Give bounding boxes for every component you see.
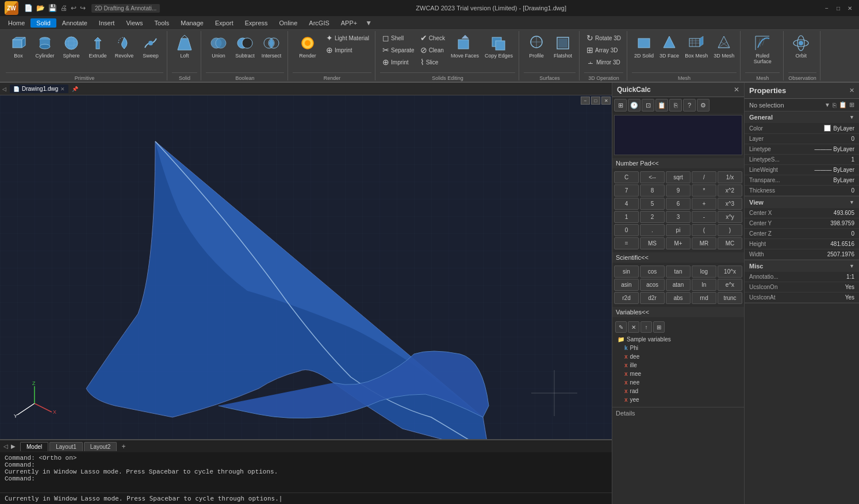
print-icon[interactable]: 🖨: [59, 3, 68, 13]
redo-icon[interactable]: ↪: [79, 3, 87, 13]
copy-edges-button[interactable]: Copy Edges: [482, 32, 515, 61]
check-button[interactable]: ✔ Check: [418, 32, 447, 44]
qc-calc-btn[interactable]: ⊞: [614, 99, 627, 111]
np-sq2[interactable]: x^2: [718, 184, 742, 197]
np-2[interactable]: 2: [640, 211, 665, 223]
prop-toggle-icon[interactable]: ⊞: [849, 101, 854, 109]
np-plus[interactable]: +: [692, 198, 716, 210]
np-mp[interactable]: M+: [666, 237, 691, 249]
extrude-button[interactable]: Extrude: [85, 32, 110, 61]
sweep-button[interactable]: Sweep: [138, 32, 163, 61]
view-section-header[interactable]: View ▼: [745, 197, 859, 208]
menu-views[interactable]: Views: [120, 18, 148, 28]
ribbon-options[interactable]: ▼: [365, 19, 372, 27]
qc-help-btn[interactable]: ?: [683, 99, 696, 111]
ruledsurface-button[interactable]: Ruled Surface: [745, 32, 780, 67]
cylinder-button[interactable]: Cylinder: [32, 32, 57, 61]
np-xpy[interactable]: x^y: [718, 211, 742, 223]
3dface-button[interactable]: 3D Face: [657, 32, 681, 61]
mirror3d-button[interactable]: ⫠ Mirror 3D: [584, 56, 623, 68]
sci-asin[interactable]: asin: [614, 279, 639, 291]
np-sqrt[interactable]: sqrt: [666, 171, 691, 183]
np-mc[interactable]: MC: [718, 237, 742, 249]
var-btn-2[interactable]: ✕: [628, 321, 639, 333]
general-section-header[interactable]: General ▼: [745, 111, 859, 123]
tab-nav-right[interactable]: ▶: [10, 442, 17, 451]
drawing-tab-drawing1[interactable]: 📄 Drawing1.dwg ✕: [10, 84, 68, 93]
tab-nav-left[interactable]: ◁: [2, 442, 9, 451]
details-row[interactable]: Details: [612, 407, 744, 419]
np-minus[interactable]: -: [692, 211, 716, 223]
np-1[interactable]: 1: [614, 211, 639, 223]
var-sample-folder[interactable]: 📁 Sample variables: [615, 335, 741, 344]
np-inv[interactable]: 1/x: [718, 171, 742, 183]
subtract-button[interactable]: Subtract: [232, 32, 258, 61]
np-rparen[interactable]: ): [718, 224, 742, 236]
np-back[interactable]: <--: [640, 171, 665, 183]
separate-button[interactable]: ✂ Separate: [380, 44, 417, 56]
menu-manage[interactable]: Manage: [175, 18, 209, 28]
sci-atan[interactable]: atan: [666, 279, 691, 291]
np-9[interactable]: 9: [666, 184, 691, 197]
numpad-section-header[interactable]: Number Pad<<: [612, 158, 744, 168]
2dsolid-button[interactable]: 2D Solid: [632, 32, 656, 61]
light-material-button[interactable]: ✦ Light Material: [324, 32, 371, 44]
menu-annotate[interactable]: Annotate: [56, 18, 93, 28]
menu-app+[interactable]: APP+: [335, 18, 363, 28]
minimize-button[interactable]: −: [822, 3, 831, 13]
sci-sin[interactable]: sin: [614, 266, 639, 278]
var-nee[interactable]: x nee: [615, 378, 741, 387]
sphere-button[interactable]: Sphere: [59, 32, 84, 61]
misc-section-header[interactable]: Misc ▼: [745, 260, 859, 272]
save-icon[interactable]: 💾: [47, 3, 58, 13]
var-mee[interactable]: x mee: [615, 370, 741, 378]
sci-acos[interactable]: acos: [640, 279, 665, 291]
open-icon[interactable]: 📂: [35, 3, 46, 13]
intersect-button[interactable]: Intersect: [259, 32, 284, 61]
quickcalc-close[interactable]: ✕: [734, 86, 739, 94]
imprint-button[interactable]: ⊕ Imprint: [324, 44, 371, 56]
sci-ln[interactable]: ln: [692, 279, 716, 291]
undo-icon[interactable]: ↩: [70, 3, 78, 13]
np-mul[interactable]: *: [692, 184, 716, 197]
menu-express[interactable]: Express: [239, 18, 274, 28]
np-mr[interactable]: MR: [692, 237, 716, 249]
prop-dropdown-icon[interactable]: ▼: [825, 102, 830, 108]
drawing-canvas[interactable]: − □ ✕: [0, 95, 612, 439]
var-btn-3[interactable]: ↑: [641, 321, 652, 333]
sci-10x[interactable]: 10^x: [718, 266, 742, 278]
properties-close[interactable]: ✕: [849, 87, 854, 94]
sci-log[interactable]: log: [692, 266, 716, 278]
pin-icon[interactable]: 📌: [72, 86, 78, 92]
np-c[interactable]: C: [614, 171, 639, 183]
menu-export[interactable]: Export: [209, 18, 239, 28]
rotate3d-button[interactable]: ↻ Rotate 3D: [584, 32, 623, 44]
qc-copy-btn[interactable]: ⎘: [669, 99, 682, 111]
prop-paste-icon[interactable]: 📋: [839, 101, 847, 109]
np-ms[interactable]: MS: [640, 237, 665, 249]
loft-button[interactable]: Loft: [172, 32, 197, 61]
drawing-tab-close[interactable]: ✕: [60, 86, 65, 92]
revolve-button[interactable]: Revolve: [112, 32, 137, 61]
np-3[interactable]: 3: [666, 211, 691, 223]
clean-button[interactable]: ⊘ Clean: [418, 44, 447, 56]
np-7[interactable]: 7: [614, 184, 639, 197]
sci-d2r[interactable]: d2r: [640, 292, 665, 304]
maximize-button[interactable]: □: [834, 3, 843, 13]
var-btn-4[interactable]: ⊞: [653, 321, 665, 333]
profile-button[interactable]: Profile: [524, 32, 549, 61]
menu-insert[interactable]: Insert: [93, 18, 121, 28]
var-yee[interactable]: x yee: [615, 395, 741, 404]
sci-trunc[interactable]: trunc: [718, 292, 742, 304]
3dmesh-button[interactable]: 3D Mesh: [711, 32, 737, 61]
np-5[interactable]: 5: [640, 198, 665, 210]
scientific-section-header[interactable]: Scientific<<: [612, 252, 744, 263]
slice-button[interactable]: ⌇ Slice: [418, 56, 447, 68]
workspace-selector[interactable]: 2D Drafting & Annotati...: [91, 4, 160, 13]
array3d-button[interactable]: ⊞ Array 3D: [584, 44, 623, 56]
orbit-button[interactable]: Orbit: [788, 32, 814, 61]
sci-ex[interactable]: e^x: [718, 279, 742, 291]
close-button[interactable]: ✕: [845, 3, 854, 13]
qc-clear-btn[interactable]: ⊡: [642, 99, 654, 111]
np-div[interactable]: /: [692, 171, 716, 183]
